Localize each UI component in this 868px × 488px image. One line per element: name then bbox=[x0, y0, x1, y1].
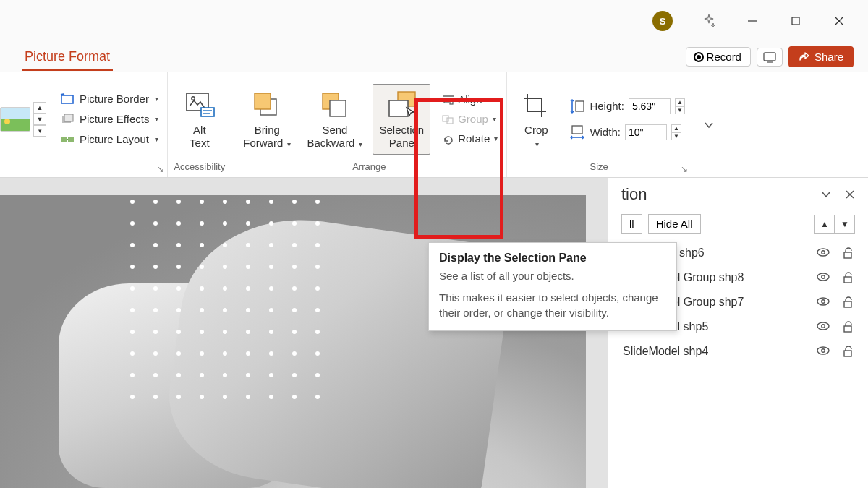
bring-forward-button[interactable]: BringForward ▾ bbox=[237, 85, 297, 154]
picture-effects-menu[interactable]: Picture Effects ▾ bbox=[56, 111, 161, 128]
svg-point-43 bbox=[822, 325, 825, 328]
style-row-up[interactable]: ▲ bbox=[33, 102, 46, 114]
height-up[interactable]: ▲ bbox=[675, 98, 685, 106]
height-icon bbox=[569, 98, 585, 114]
group-icon bbox=[442, 114, 455, 124]
width-input[interactable] bbox=[625, 124, 667, 140]
svg-rect-26 bbox=[447, 118, 453, 124]
crop-button[interactable]: Crop▾ bbox=[513, 85, 559, 154]
selection-pane-title: tion bbox=[621, 185, 647, 204]
dialog-launcher-styles[interactable]: ↘ bbox=[157, 164, 164, 174]
alt-text-icon bbox=[183, 89, 216, 121]
style-more[interactable]: ▾ bbox=[33, 125, 46, 137]
svg-rect-13 bbox=[201, 108, 214, 116]
user-avatar[interactable]: S bbox=[652, 11, 673, 31]
move-down-button[interactable]: ▼ bbox=[835, 215, 855, 234]
selection-pane: tion ll Hide All ▲ ▼ Model shp6SliModel … bbox=[608, 178, 868, 488]
minimize-button[interactable] bbox=[738, 7, 767, 35]
title-bar: S bbox=[0, 0, 868, 42]
svg-rect-1 bbox=[792, 17, 799, 25]
visibility-toggle[interactable] bbox=[816, 296, 830, 308]
svg-point-36 bbox=[817, 273, 829, 281]
ribbon-tab-row: Picture Format Record Share bbox=[0, 42, 868, 72]
picture-style-preset[interactable] bbox=[0, 107, 30, 132]
svg-point-33 bbox=[817, 249, 829, 256]
height-down[interactable]: ▼ bbox=[675, 106, 685, 114]
chevron-down-icon: ▾ bbox=[155, 115, 158, 123]
slide-picture[interactable] bbox=[0, 195, 586, 488]
svg-rect-6 bbox=[61, 95, 73, 103]
pane-close[interactable] bbox=[845, 189, 855, 200]
svg-point-42 bbox=[817, 322, 829, 330]
width-up[interactable]: ▲ bbox=[671, 124, 681, 132]
chevron-down-icon: ▾ bbox=[155, 95, 158, 103]
selection-item[interactable]: SlideModel shp4 bbox=[621, 342, 855, 361]
group-label-size: Size bbox=[513, 161, 685, 176]
svg-rect-23 bbox=[444, 98, 448, 103]
picture-effects-icon bbox=[59, 113, 75, 126]
send-backward-icon bbox=[318, 89, 352, 121]
svg-rect-47 bbox=[844, 351, 851, 356]
visibility-toggle[interactable] bbox=[816, 346, 830, 357]
lock-toggle[interactable] bbox=[842, 346, 854, 357]
move-up-button[interactable]: ▲ bbox=[814, 215, 835, 234]
share-label: Share bbox=[814, 51, 843, 63]
picture-border-menu[interactable]: Picture Border ▾ bbox=[56, 90, 161, 108]
group-menu: Group ▾ bbox=[439, 111, 501, 127]
maximize-button[interactable] bbox=[781, 7, 810, 35]
svg-point-12 bbox=[192, 96, 195, 99]
group-accessibility: AltText Accessibility bbox=[168, 72, 231, 177]
ribbon-collapse[interactable] bbox=[691, 119, 727, 132]
share-icon bbox=[799, 51, 810, 63]
width-down[interactable]: ▼ bbox=[671, 132, 681, 140]
slide-canvas[interactable] bbox=[0, 178, 608, 488]
picture-style-gallery-spin: ▲ ▼ ▾ bbox=[33, 102, 46, 137]
group-label-styles bbox=[0, 161, 161, 176]
visibility-toggle[interactable] bbox=[816, 321, 830, 333]
record-button[interactable]: Record bbox=[686, 47, 751, 67]
svg-rect-28 bbox=[576, 101, 584, 111]
width-label: Width: bbox=[590, 126, 621, 138]
show-all-button[interactable]: ll bbox=[621, 214, 642, 234]
align-menu[interactable]: Align ▾ bbox=[439, 91, 501, 108]
picture-layout-label: Picture Layout bbox=[80, 133, 149, 145]
height-input[interactable] bbox=[629, 98, 671, 114]
close-button[interactable] bbox=[825, 7, 854, 35]
group-label-accessibility: Accessibility bbox=[174, 161, 225, 176]
coming-soon-icon[interactable] bbox=[694, 7, 723, 35]
lock-toggle[interactable] bbox=[842, 272, 854, 283]
svg-rect-21 bbox=[389, 100, 408, 116]
present-button[interactable] bbox=[757, 48, 783, 67]
style-row-down[interactable]: ▼ bbox=[33, 114, 46, 125]
pane-collapse[interactable] bbox=[820, 189, 832, 200]
group-arrange: BringForward ▾ SendBackward ▾ SelectionP… bbox=[231, 72, 507, 177]
selection-pane-button[interactable]: SelectionPane bbox=[373, 84, 430, 155]
picture-border-icon bbox=[59, 93, 75, 106]
width-row: Width: ▲ ▼ bbox=[569, 124, 685, 140]
lock-toggle[interactable] bbox=[842, 247, 854, 259]
picture-layout-menu[interactable]: Picture Layout ▾ bbox=[56, 131, 161, 148]
svg-point-37 bbox=[822, 275, 825, 278]
share-button[interactable]: Share bbox=[788, 46, 854, 67]
tooltip-line1: See a list of all your objects. bbox=[439, 269, 666, 283]
svg-rect-35 bbox=[844, 252, 851, 258]
visibility-toggle[interactable] bbox=[816, 247, 830, 259]
bring-forward-icon bbox=[250, 89, 284, 121]
lock-toggle[interactable] bbox=[842, 296, 854, 308]
tab-picture-format[interactable]: Picture Format bbox=[22, 43, 113, 71]
rotate-menu[interactable]: Rotate ▾ bbox=[439, 130, 501, 147]
workspace: tion ll Hide All ▲ ▼ Model shp6SliModel … bbox=[0, 178, 868, 488]
svg-rect-24 bbox=[450, 98, 453, 104]
svg-rect-30 bbox=[572, 126, 582, 134]
visibility-toggle[interactable] bbox=[816, 272, 830, 283]
send-backward-button[interactable]: SendBackward ▾ bbox=[301, 85, 368, 154]
alt-text-button[interactable]: AltText bbox=[176, 85, 223, 154]
svg-rect-38 bbox=[844, 277, 851, 283]
picture-border-label: Picture Border bbox=[80, 93, 149, 105]
hide-all-button[interactable]: Hide All bbox=[648, 214, 701, 234]
align-icon bbox=[442, 95, 455, 105]
svg-rect-44 bbox=[844, 326, 851, 332]
svg-rect-9 bbox=[61, 137, 67, 142]
dialog-launcher-size[interactable]: ↘ bbox=[681, 164, 688, 174]
lock-toggle[interactable] bbox=[842, 321, 854, 333]
